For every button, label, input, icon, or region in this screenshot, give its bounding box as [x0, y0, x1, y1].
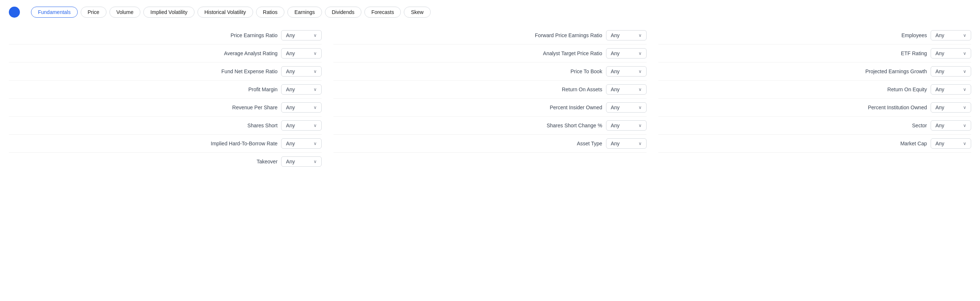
filter-select[interactable]: Any∨: [931, 102, 971, 112]
chevron-down-icon: ∨: [963, 51, 966, 56]
filter-row: Percent Insider OwnedAny∨: [333, 98, 646, 117]
tabs-container: FundamentalsPriceVolumeImplied Volatilit…: [31, 6, 431, 17]
filter-row: [333, 153, 646, 160]
step-badge: [9, 6, 20, 17]
filter-label: Takeover: [257, 158, 278, 165]
filter-select[interactable]: Any∨: [281, 30, 321, 41]
filter-row: EmployeesAny∨: [659, 27, 971, 44]
chevron-down-icon: ∨: [638, 123, 642, 128]
filter-select[interactable]: Any∨: [606, 84, 647, 95]
filter-row: Percent Institution OwnedAny∨: [659, 98, 971, 117]
filter-label: Percent Insider Owned: [550, 105, 602, 110]
filter-label: Market Cap: [900, 141, 927, 146]
filter-select[interactable]: Any∨: [281, 48, 321, 59]
filter-select[interactable]: Any∨: [281, 120, 321, 131]
filter-row: Forward Price Earnings RatioAny∨: [333, 27, 646, 44]
filter-select-value: Any: [611, 87, 620, 92]
chevron-down-icon: ∨: [963, 141, 966, 146]
filters-col-3: EmployeesAny∨ETF RatingAny∨Projected Ear…: [659, 27, 971, 170]
filter-label: Shares Short Change %: [547, 122, 602, 128]
filter-select-value: Any: [286, 122, 295, 128]
filter-select-value: Any: [611, 105, 620, 110]
tab-historical-volatility[interactable]: Historical Volatility: [197, 6, 253, 17]
filter-select-value: Any: [935, 105, 944, 110]
chevron-down-icon: ∨: [638, 105, 642, 110]
chevron-down-icon: ∨: [313, 87, 317, 92]
filter-label: Projected Earnings Growth: [865, 68, 927, 74]
filter-select[interactable]: Any∨: [281, 84, 321, 95]
filter-select[interactable]: Any∨: [931, 84, 971, 95]
filter-select-value: Any: [611, 32, 620, 38]
filter-row: Average Analyst RatingAny∨: [9, 44, 321, 63]
chevron-down-icon: ∨: [638, 141, 642, 146]
filter-select-value: Any: [935, 141, 944, 146]
filter-select[interactable]: Any∨: [931, 30, 971, 41]
filter-label: Employees: [902, 32, 927, 38]
filter-select[interactable]: Any∨: [281, 138, 321, 149]
chevron-down-icon: ∨: [963, 123, 966, 128]
filter-select[interactable]: Any∨: [281, 156, 321, 167]
filter-row: Return On EquityAny∨: [659, 81, 971, 98]
filter-select[interactable]: Any∨: [606, 48, 647, 59]
tab-price[interactable]: Price: [81, 6, 107, 17]
filter-label: Sector: [912, 122, 927, 128]
filter-label: Revenue Per Share: [232, 105, 277, 110]
tab-forecasts[interactable]: Forecasts: [364, 6, 401, 17]
filter-select-value: Any: [935, 32, 944, 38]
filter-label: Percent Institution Owned: [868, 105, 927, 110]
filter-select[interactable]: Any∨: [931, 120, 971, 131]
filter-row: Analyst Target Price RatioAny∨: [333, 44, 646, 63]
chevron-down-icon: ∨: [963, 69, 966, 74]
filter-select[interactable]: Any∨: [606, 138, 647, 149]
filter-label: ETF Rating: [901, 51, 927, 56]
chevron-down-icon: ∨: [313, 141, 317, 146]
filter-select[interactable]: Any∨: [606, 120, 647, 131]
main-container: FundamentalsPriceVolumeImplied Volatilit…: [0, 0, 980, 179]
filter-select-value: Any: [286, 87, 295, 92]
chevron-down-icon: ∨: [313, 105, 317, 110]
chevron-down-icon: ∨: [963, 33, 966, 38]
tab-implied-volatility[interactable]: Implied Volatility: [143, 6, 194, 17]
filter-row: [659, 153, 971, 160]
filter-label: Price To Book: [571, 68, 602, 74]
filter-row: Shares ShortAny∨: [9, 117, 321, 135]
tab-volume[interactable]: Volume: [110, 6, 141, 17]
filter-select-value: Any: [935, 51, 944, 56]
chevron-down-icon: ∨: [638, 33, 642, 38]
filters-grid: Price Earnings RatioAny∨Average Analyst …: [9, 27, 971, 170]
filter-select-value: Any: [286, 158, 295, 165]
filter-select-value: Any: [935, 68, 944, 74]
filter-select[interactable]: Any∨: [931, 138, 971, 149]
filter-select-value: Any: [286, 141, 295, 146]
filter-row: Shares Short Change %Any∨: [333, 117, 646, 135]
filter-select[interactable]: Any∨: [931, 48, 971, 59]
filter-row: ETF RatingAny∨: [659, 44, 971, 63]
tab-ratios[interactable]: Ratios: [256, 6, 285, 17]
filter-label: Return On Assets: [562, 87, 602, 92]
tab-dividends[interactable]: Dividends: [325, 6, 361, 17]
chevron-down-icon: ∨: [313, 33, 317, 38]
chevron-down-icon: ∨: [638, 87, 642, 92]
filter-label: Shares Short: [248, 122, 278, 128]
filter-row: Market CapAny∨: [659, 135, 971, 153]
filter-select-value: Any: [611, 51, 620, 56]
filter-row: Implied Hard-To-Borrow RateAny∨: [9, 135, 321, 153]
filter-select[interactable]: Any∨: [281, 66, 321, 76]
filter-select-value: Any: [611, 68, 620, 74]
tab-fundamentals[interactable]: Fundamentals: [31, 6, 78, 17]
tab-earnings[interactable]: Earnings: [287, 6, 321, 17]
tab-skew[interactable]: Skew: [404, 6, 430, 17]
filter-select[interactable]: Any∨: [281, 102, 321, 112]
filter-select[interactable]: Any∨: [606, 30, 647, 41]
chevron-down-icon: ∨: [963, 105, 966, 110]
filter-row: SectorAny∨: [659, 117, 971, 135]
filter-row: Profit MarginAny∨: [9, 81, 321, 98]
filter-select[interactable]: Any∨: [931, 66, 971, 76]
filter-label: Return On Equity: [888, 87, 927, 92]
filter-row: TakeoverAny∨: [9, 153, 321, 170]
filter-select[interactable]: Any∨: [606, 66, 647, 76]
filter-select[interactable]: Any∨: [606, 102, 647, 112]
filter-label: Fund Net Expense Ratio: [221, 68, 278, 74]
filter-label: Average Analyst Rating: [224, 51, 277, 56]
filters-col-2: Forward Price Earnings RatioAny∨Analyst …: [333, 27, 646, 170]
